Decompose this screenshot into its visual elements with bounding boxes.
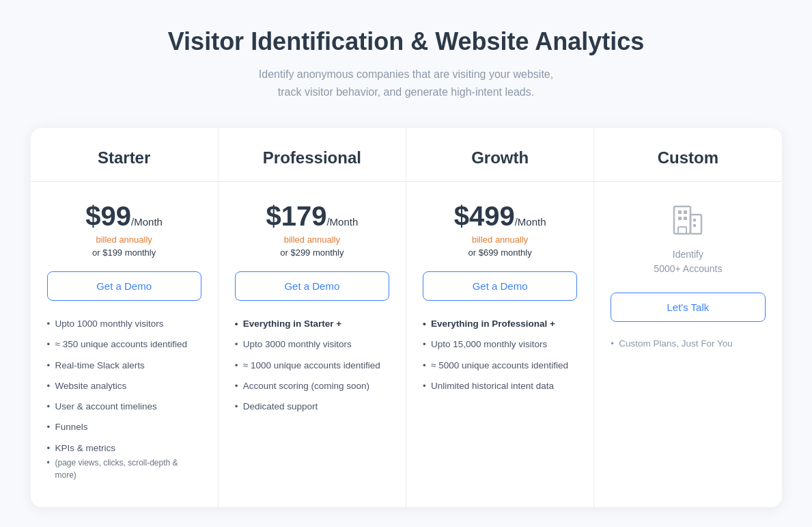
price-monthly-professional: or $299 monthly xyxy=(235,247,389,258)
list-item: Website analytics xyxy=(47,379,201,393)
custom-icon-label: Identify5000+ Accounts xyxy=(611,247,765,276)
plan-body-professional: $179/Monthbilled annuallyor $299 monthly… xyxy=(219,182,406,507)
list-item: Unlimited historical intent data xyxy=(423,379,577,393)
svg-rect-8 xyxy=(678,227,686,234)
list-item: Everything in Professional + xyxy=(423,317,577,331)
cta-button-professional[interactable]: Get a Demo xyxy=(235,271,389,301)
plan-col-growth: Growth$499/Monthbilled annuallyor $699 m… xyxy=(406,128,594,507)
page-header: Visitor Identification & Website Analyti… xyxy=(31,27,782,100)
plan-name-starter: Starter xyxy=(47,148,201,167)
plan-body-custom: Identify5000+ AccountsLet's TalkCustom P… xyxy=(594,182,781,507)
svg-rect-5 xyxy=(684,217,687,220)
list-item: User & account timelines xyxy=(47,400,201,414)
list-item: KPIs & metrics xyxy=(47,442,201,455)
list-item: Dedicated support xyxy=(235,400,389,414)
list-item: Upto 1000 monthly visitors xyxy=(47,317,201,331)
list-item: Upto 15,000 monthly visitors xyxy=(423,338,577,351)
svg-rect-3 xyxy=(684,211,687,214)
price-main-growth: $499 xyxy=(454,201,515,231)
custom-icon xyxy=(611,201,765,242)
list-item: ≈ 5000 unique accounts identified xyxy=(423,359,577,373)
price-block-professional: $179/Monthbilled annuallyor $299 monthly xyxy=(235,201,389,258)
price-block-growth: $499/Monthbilled annuallyor $699 monthly xyxy=(423,201,577,258)
price-main-professional: $179 xyxy=(266,201,326,231)
plan-name-custom: Custom xyxy=(611,148,765,167)
svg-rect-1 xyxy=(690,215,701,234)
page-wrapper: Visitor Identification & Website Analyti… xyxy=(31,27,782,507)
list-item: ≈ 350 unique accounts identified xyxy=(47,338,201,351)
list-item: Custom Plans, Just For You xyxy=(611,338,765,349)
features-list-starter: Upto 1000 monthly visitors≈ 350 unique a… xyxy=(47,317,201,488)
plan-name-growth: Growth xyxy=(423,148,577,167)
price-main-starter: $99 xyxy=(85,201,131,231)
plan-col-starter: Starter$99/Monthbilled annuallyor $199 m… xyxy=(31,128,219,507)
list-item: Funnels xyxy=(47,420,201,434)
page-subtitle: Identify anonymous companies that are vi… xyxy=(31,66,782,100)
list-item: ≈ 1000 unique accounts identified xyxy=(235,359,389,373)
features-list-custom: Custom Plans, Just For You xyxy=(611,338,765,349)
cta-button-custom[interactable]: Let's Talk xyxy=(611,293,765,322)
list-item: Everything in Starter + xyxy=(235,317,389,331)
price-billed-starter: billed annually xyxy=(47,234,201,245)
svg-rect-2 xyxy=(678,211,682,214)
features-list-professional: Everything in Starter +Upto 3000 monthly… xyxy=(235,317,389,488)
building-svg xyxy=(669,201,707,239)
list-item: Upto 3000 monthly visitors xyxy=(235,338,389,351)
price-billed-growth: billed annually xyxy=(423,234,577,245)
price-monthly-starter: or $199 monthly xyxy=(47,247,201,258)
plan-col-professional: Professional$179/Monthbilled annuallyor … xyxy=(219,128,406,507)
plan-header-starter: Starter xyxy=(31,128,218,182)
price-monthly-growth: or $699 monthly xyxy=(423,247,577,258)
list-item: Account scoring (coming soon) xyxy=(235,379,389,393)
price-period-growth: /Month xyxy=(515,216,546,228)
svg-rect-6 xyxy=(693,219,696,221)
plan-header-growth: Growth xyxy=(406,128,593,182)
svg-rect-7 xyxy=(693,224,696,227)
svg-rect-0 xyxy=(674,206,690,234)
cta-button-growth[interactable]: Get a Demo xyxy=(423,271,577,301)
page-title: Visitor Identification & Website Analyti… xyxy=(31,27,782,56)
plan-body-growth: $499/Monthbilled annuallyor $699 monthly… xyxy=(406,182,593,507)
plan-header-professional: Professional xyxy=(219,128,406,182)
list-item: (page views, clicks, scroll-depth & more… xyxy=(47,457,201,481)
list-item: Real-time Slack alerts xyxy=(47,359,201,373)
price-block-starter: $99/Monthbilled annuallyor $199 monthly xyxy=(47,201,201,258)
price-period-starter: /Month xyxy=(131,216,163,228)
plan-name-professional: Professional xyxy=(235,148,389,167)
cta-button-starter[interactable]: Get a Demo xyxy=(47,271,201,301)
plan-header-custom: Custom xyxy=(594,128,781,182)
plans-container: Starter$99/Monthbilled annuallyor $199 m… xyxy=(31,128,782,507)
price-period-professional: /Month xyxy=(326,216,358,228)
plan-body-starter: $99/Monthbilled annuallyor $199 monthlyG… xyxy=(31,182,218,507)
svg-rect-4 xyxy=(678,217,682,220)
price-billed-professional: billed annually xyxy=(235,234,389,245)
plan-col-custom: Custom Identify5000+ AccountsLet's TalkC… xyxy=(594,128,781,507)
features-list-growth: Everything in Professional +Upto 15,000 … xyxy=(423,317,577,488)
